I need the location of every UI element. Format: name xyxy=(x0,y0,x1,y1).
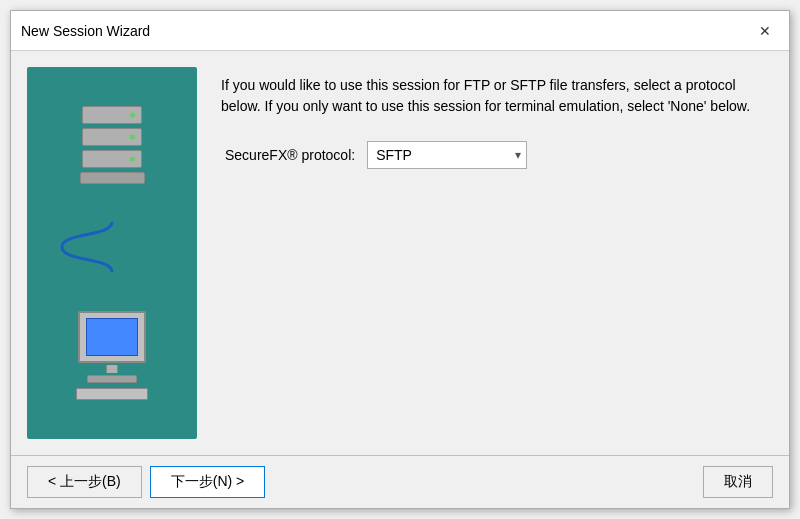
server-base xyxy=(80,172,145,184)
close-button[interactable]: ✕ xyxy=(751,17,779,45)
back-button[interactable]: < 上一步(B) xyxy=(27,466,142,498)
monitor xyxy=(78,311,146,363)
protocol-select-wrapper[interactable]: SFTP FTP None xyxy=(367,141,527,169)
monitor-screen xyxy=(86,318,138,356)
footer-left-buttons: < 上一步(B) 下一步(N) > xyxy=(27,466,265,498)
protocol-label: SecureFX® protocol: xyxy=(225,147,355,163)
protocol-row: SecureFX® protocol: SFTP FTP None xyxy=(225,141,765,169)
right-panel: If you would like to use this session fo… xyxy=(213,67,773,439)
monitor-stand xyxy=(87,375,137,383)
server-icon xyxy=(80,106,145,184)
protocol-select[interactable]: SFTP FTP None xyxy=(367,141,527,169)
footer: < 上一步(B) 下一步(N) > 取消 xyxy=(11,455,789,508)
illustration-panel xyxy=(27,67,197,439)
monitor-neck xyxy=(106,365,118,373)
content-area: If you would like to use this session fo… xyxy=(11,51,789,455)
keyboard xyxy=(76,388,148,400)
cancel-button[interactable]: 取消 xyxy=(703,466,773,498)
cable-connector xyxy=(42,222,182,272)
dialog-title: New Session Wizard xyxy=(21,23,150,39)
server-unit-1 xyxy=(82,106,142,124)
computer-icon xyxy=(76,311,148,400)
dialog-window: New Session Wizard ✕ xyxy=(10,10,790,509)
server-unit-3 xyxy=(82,150,142,168)
description-text: If you would like to use this session fo… xyxy=(221,75,765,117)
next-button[interactable]: 下一步(N) > xyxy=(150,466,266,498)
title-bar: New Session Wizard ✕ xyxy=(11,11,789,51)
server-unit-2 xyxy=(82,128,142,146)
